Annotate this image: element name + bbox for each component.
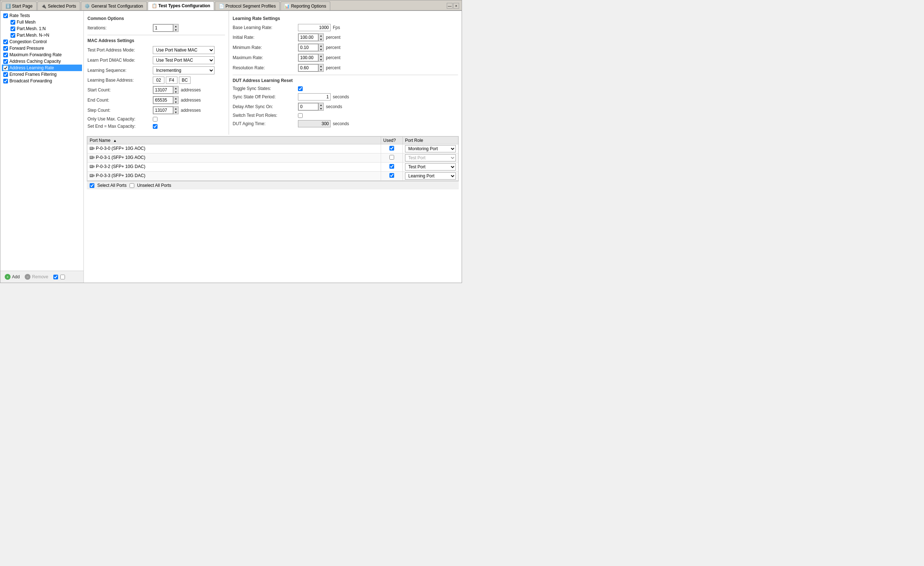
resolution-rate-input[interactable] bbox=[298, 64, 318, 72]
initial-rate-input[interactable] bbox=[298, 34, 318, 41]
step-count-down[interactable]: ▼ bbox=[173, 110, 178, 114]
tab-protocol-segment[interactable]: 📄 Protocol Segment Profiles bbox=[215, 1, 280, 10]
full-mesh-checkbox[interactable] bbox=[10, 20, 15, 25]
test-port-mode-select[interactable]: Use Port Native MAC Use Custom MAC Use S… bbox=[153, 46, 214, 54]
tab-start-page[interactable]: ℹ️ Start Page bbox=[2, 1, 37, 10]
port-role-select-2[interactable]: Monitoring PortTest PortLearning Port bbox=[405, 163, 456, 171]
iterations-down[interactable]: ▼ bbox=[173, 28, 178, 31]
sidebar-item-full-mesh[interactable]: Full Mesh bbox=[9, 19, 82, 25]
sidebar-check-all[interactable] bbox=[53, 275, 58, 279]
full-mesh-label: Full Mesh bbox=[17, 19, 81, 25]
delay-after-sync-input[interactable] bbox=[298, 103, 318, 110]
sidebar-item-address-caching[interactable]: Address Caching Capacity bbox=[2, 58, 82, 64]
iterations-up[interactable]: ▲ bbox=[173, 24, 178, 28]
min-rate-down[interactable]: ▼ bbox=[318, 48, 323, 51]
tab-selected-ports[interactable]: 🔌 Selected Ports bbox=[38, 1, 80, 10]
end-count-down[interactable]: ▼ bbox=[173, 100, 178, 104]
end-count-input[interactable] bbox=[153, 96, 173, 104]
port-role-select-3[interactable]: Monitoring PortTest PortLearning Port bbox=[405, 172, 456, 180]
max-rate-down[interactable]: ▼ bbox=[318, 58, 323, 61]
min-rate-input[interactable] bbox=[298, 44, 318, 51]
initial-rate-suffix: percent bbox=[326, 35, 340, 40]
sidebar-item-errored-frames[interactable]: Errored Frames Filtering bbox=[2, 71, 82, 78]
learning-sequence-label: Learning Sequence: bbox=[87, 68, 153, 73]
errored-frames-checkbox[interactable] bbox=[3, 72, 8, 77]
sync-off-period-row: Sync State Off Period: seconds bbox=[232, 93, 458, 100]
min-rate-up[interactable]: ▲ bbox=[318, 44, 323, 48]
port-used-checkbox-3[interactable] bbox=[389, 173, 394, 178]
step-count-input[interactable] bbox=[153, 107, 173, 114]
toggle-sync-checkbox[interactable] bbox=[298, 86, 303, 91]
resolution-rate-down[interactable]: ▼ bbox=[318, 68, 323, 72]
add-button[interactable]: + Add bbox=[3, 273, 21, 280]
col-used: Used? bbox=[381, 137, 403, 144]
iterations-input[interactable] bbox=[153, 24, 173, 31]
tab-reporting-options[interactable]: 📊 Reporting Options bbox=[280, 1, 330, 10]
sidebar-uncheck-all[interactable] bbox=[60, 275, 65, 279]
part-mesh-nn-checkbox[interactable] bbox=[10, 33, 15, 38]
mac-field-1[interactable] bbox=[153, 76, 164, 84]
max-forwarding-checkbox[interactable] bbox=[3, 52, 8, 57]
delay-sync-up[interactable]: ▲ bbox=[318, 103, 323, 107]
port-name-cell: P-0-3-3 (SFP+ 10G DAC) bbox=[87, 172, 381, 181]
rate-tests-checkbox[interactable] bbox=[3, 13, 8, 18]
step-count-label: Step Count: bbox=[87, 108, 153, 113]
start-count-up[interactable]: ▲ bbox=[173, 86, 178, 90]
forward-pressure-checkbox[interactable] bbox=[3, 46, 8, 51]
sidebar-item-address-learning[interactable]: Address Learning Rate bbox=[2, 64, 82, 71]
port-used-checkbox-1[interactable] bbox=[389, 155, 394, 160]
tab-test-types-config[interactable]: 📋 Test Types Configuration bbox=[148, 1, 214, 10]
sync-off-period-input[interactable] bbox=[298, 93, 331, 100]
set-end-max-checkbox[interactable] bbox=[153, 124, 158, 129]
start-count-down[interactable]: ▼ bbox=[173, 90, 178, 94]
restore-button[interactable]: — bbox=[447, 3, 453, 9]
step-count-up[interactable]: ▲ bbox=[173, 107, 178, 110]
broadcast-checkbox[interactable] bbox=[3, 79, 8, 84]
min-rate-suffix: percent bbox=[326, 45, 340, 50]
tab-selected-ports-label: Selected Ports bbox=[48, 4, 76, 9]
switch-test-port-checkbox[interactable] bbox=[298, 113, 303, 118]
select-all-checkbox[interactable] bbox=[90, 183, 94, 188]
initial-rate-down[interactable]: ▼ bbox=[318, 37, 323, 41]
sidebar-item-broadcast[interactable]: Broadcast Forwarding bbox=[2, 78, 82, 84]
max-rate-up[interactable]: ▲ bbox=[318, 54, 323, 58]
end-count-up[interactable]: ▲ bbox=[173, 96, 178, 100]
initial-rate-up[interactable]: ▲ bbox=[318, 34, 323, 37]
broadcast-label: Broadcast Forwarding bbox=[9, 78, 81, 84]
delay-sync-down[interactable]: ▼ bbox=[318, 107, 323, 110]
address-learning-checkbox[interactable] bbox=[3, 66, 8, 70]
sidebar-item-forward-pressure[interactable]: Forward Pressure bbox=[2, 45, 82, 51]
learning-sequence-select[interactable]: Incrementing Decrementing Random bbox=[153, 66, 214, 74]
port-used-checkbox-0[interactable] bbox=[389, 146, 394, 151]
svg-rect-9 bbox=[93, 166, 95, 167]
col-port-name[interactable]: Port Name ▲ bbox=[87, 137, 381, 144]
sidebar-item-part-mesh-nn[interactable]: Part.Mesh. N->N bbox=[9, 32, 82, 39]
sidebar-item-part-mesh-1n[interactable]: Part.Mesh. 1:N bbox=[9, 25, 82, 32]
resolution-rate-up[interactable]: ▲ bbox=[318, 64, 323, 68]
sidebar-item-max-forwarding[interactable]: Maximum Forwarding Rate bbox=[2, 51, 82, 58]
add-icon: + bbox=[5, 274, 10, 280]
port-used-cell bbox=[381, 144, 403, 153]
learn-port-mode-select[interactable]: Use Test Port MAC Use Custom MAC bbox=[153, 56, 214, 64]
base-learning-input[interactable] bbox=[298, 24, 331, 31]
port-role-select-0[interactable]: Monitoring PortTest PortLearning Port bbox=[405, 145, 456, 153]
unselect-all-checkbox[interactable] bbox=[130, 183, 134, 188]
part-mesh-1n-checkbox[interactable] bbox=[10, 27, 15, 31]
congestion-checkbox[interactable] bbox=[3, 40, 8, 44]
only-use-max-label: Only Use Max. Capacity: bbox=[87, 117, 153, 121]
sidebar-item-congestion[interactable]: Congestion Control bbox=[2, 39, 82, 45]
address-caching-checkbox[interactable] bbox=[3, 59, 8, 64]
max-rate-input[interactable] bbox=[298, 54, 318, 61]
sidebar-item-rate-tests[interactable]: Rate Tests bbox=[2, 12, 82, 19]
start-count-input[interactable] bbox=[153, 86, 173, 94]
port-role-select-1[interactable]: Monitoring PortTest PortLearning Port bbox=[405, 154, 456, 162]
mac-field-2[interactable] bbox=[166, 76, 177, 84]
close-button[interactable]: × bbox=[453, 3, 459, 9]
tab-general-test-config[interactable]: ⚙️ General Test Configuration bbox=[81, 1, 147, 10]
port-used-checkbox-2[interactable] bbox=[389, 164, 394, 169]
only-use-max-checkbox[interactable] bbox=[153, 117, 158, 121]
remove-button[interactable]: − Remove bbox=[23, 273, 50, 280]
dut-aging-input[interactable] bbox=[298, 120, 331, 127]
mac-field-3[interactable] bbox=[179, 76, 190, 84]
start-count-btns: ▲ ▼ bbox=[173, 86, 178, 94]
